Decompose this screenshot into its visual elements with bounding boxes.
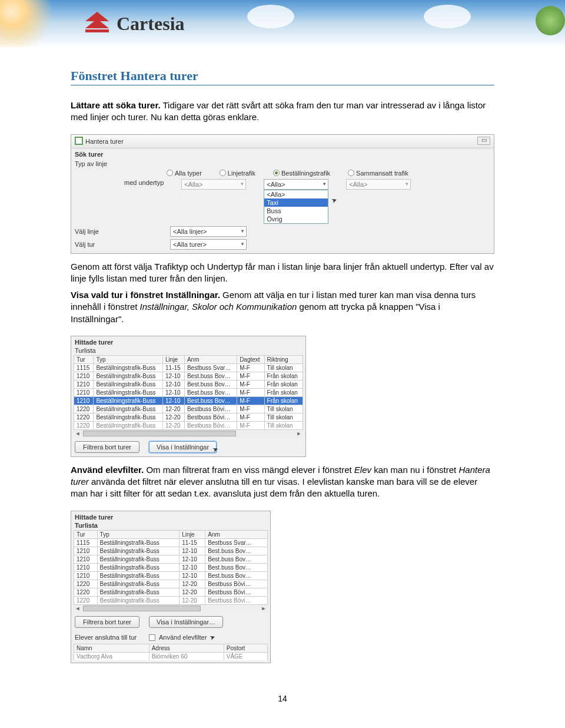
- combo-tur[interactable]: <Alla turer>▼: [170, 239, 247, 250]
- group-hittade: Hittade turer: [71, 511, 270, 522]
- chevron-down-icon: ▼: [404, 181, 409, 187]
- window-app-icon: [75, 137, 83, 146]
- table-row[interactable]: 1210Beställningstrafik-Buss12-10Best.bus…: [74, 388, 303, 396]
- col-linje[interactable]: Linje: [180, 530, 205, 538]
- elev-label: Elever anslutna till tur: [75, 634, 145, 641]
- col-linje[interactable]: Linje: [163, 355, 185, 363]
- col-typ[interactable]: Typ: [94, 355, 163, 363]
- col-anm[interactable]: Anm: [184, 355, 237, 363]
- turlista-table-wrap: Tur Typ Linje Anm Dagtext Riktning 1115B…: [71, 355, 305, 438]
- section-title: Fönstret Hantera turer: [71, 68, 494, 85]
- combo-undertyp-1[interactable]: <Alla>▼: [181, 179, 246, 190]
- col-namn[interactable]: Namn: [74, 644, 149, 652]
- group-turlista: Turlista: [71, 522, 270, 530]
- page-body: Fönstret Hantera turer Lättare att söka …: [0, 47, 565, 682]
- cursor-icon: ➤: [209, 633, 217, 641]
- table-row[interactable]: 1210Beställningstrafik-Buss12-10Best.bus…: [74, 571, 268, 580]
- turlista-table: Tur Typ Linje Anm Dagtext Riktning 1115B…: [74, 355, 303, 429]
- cloud-decoration: [424, 5, 471, 28]
- col-tur[interactable]: Tur: [74, 530, 98, 538]
- p3-lead: Visa vald tur i fönstret Inställningar.: [71, 290, 220, 300]
- group-hittade: Hittade turer: [71, 336, 305, 347]
- col-typ[interactable]: Typ: [97, 530, 180, 538]
- row-valj-linje: Välj linje <Alla linjer>▼: [71, 225, 494, 238]
- radio-sammansatt[interactable]: Sammansatt trafik: [348, 170, 408, 177]
- table-row[interactable]: 1220Beställningstrafik-Buss12-20Bestbuss…: [74, 413, 303, 421]
- visa-installningar-button[interactable]: Visa i Inställningar…: [149, 616, 223, 628]
- filtrera-bort-button[interactable]: Filtrera bort turer: [75, 616, 139, 628]
- cursor-icon: ➤: [212, 445, 220, 454]
- table-row[interactable]: 1115Beställningstrafik-Buss11-15Bestbuss…: [74, 538, 268, 547]
- dropdown-option[interactable]: Buss: [264, 207, 328, 215]
- page-number: 14: [0, 682, 565, 715]
- table-row[interactable]: 1210Beställningstrafik-Buss12-10Best.bus…: [74, 563, 268, 571]
- paragraph-2: Genom att först välja Trafiktyp och Unde…: [71, 261, 494, 285]
- col-riktning[interactable]: Riktning: [264, 355, 303, 363]
- combo-undertyp-3[interactable]: <Alla>▼: [346, 179, 411, 190]
- table-row[interactable]: 1210Beställningstrafik-Buss12-10Best.bus…: [74, 396, 303, 405]
- table-row[interactable]: 1220Beställningstrafik-Buss12-20Bestbuss…: [74, 421, 303, 429]
- table-row[interactable]: 1210Beställningstrafik-Buss12-10Best.bus…: [74, 380, 303, 388]
- table-row[interactable]: 1220Beställningstrafik-Buss12-20Bestbuss…: [74, 588, 268, 596]
- minimize-button[interactable]: ▭: [477, 137, 490, 145]
- svg-rect-0: [85, 29, 109, 32]
- logo-icon: [82, 11, 112, 37]
- table-row[interactable]: 1210Beställningstrafik-Buss12-10Best.bus…: [74, 372, 303, 380]
- combo-undertyp-2-wrap: <Alla>▼ <Alla> Taxi Buss Övrig ➤: [264, 179, 328, 224]
- chevron-down-icon: ▼: [240, 241, 245, 247]
- table-header-row: Tur Typ Linje Anm Dagtext Riktning: [74, 355, 303, 363]
- table-header-row: Namn Adress Postort: [74, 644, 268, 652]
- paragraph-1: Lättare att söka turer. Tidigare var det…: [71, 100, 494, 124]
- visa-installningar-button[interactable]: Visa i Inställningar ➤: [149, 441, 217, 453]
- table-row[interactable]: 1220Beställningstrafik-Buss12-20Bestbuss…: [74, 580, 268, 588]
- table-row[interactable]: 1115Beställningstrafik-Buss11-15Bestbuss…: [74, 363, 303, 372]
- button-row: Filtrera bort turer Visa i Inställningar…: [71, 438, 305, 456]
- combo-undertyp-2[interactable]: <Alla>▼: [264, 179, 328, 190]
- brand-logo: Cartesia: [82, 11, 185, 37]
- filtrera-bort-button[interactable]: Filtrera bort turer: [75, 441, 139, 453]
- table-row[interactable]: 1210Beställningstrafik-Buss12-10Best.bus…: [74, 547, 268, 555]
- cursor-icon: ➤: [331, 196, 338, 204]
- radio-linjetrafik[interactable]: Linjetrafik: [220, 170, 255, 177]
- cloud-decoration: [247, 5, 294, 28]
- col-anm[interactable]: Anm: [205, 530, 268, 538]
- table-row[interactable]: Vactborg Alva Biörnviken 60 VÅGE: [74, 652, 268, 660]
- col-adress[interactable]: Adress: [149, 644, 224, 652]
- screenshot-hittade-turer-1: Hittade turer Turlista Tur Typ Linje Anm…: [71, 336, 306, 457]
- combo-linje[interactable]: <Alla linjer>▼: [170, 226, 247, 237]
- row-undertyp: med undertyp <Alla>▼ <Alla>▼ <Alla> Taxi…: [71, 178, 494, 225]
- label-tur: Välj tur: [75, 241, 134, 248]
- row-typ-av-linje: Typ av linje: [71, 159, 494, 168]
- elev-table-wrap: Namn Adress Postort Vactborg Alva Biörnv…: [71, 644, 270, 663]
- col-tur[interactable]: Tur: [74, 355, 94, 363]
- elevfilter-checkbox[interactable]: [149, 634, 155, 641]
- globe-decoration: [536, 6, 565, 35]
- table-row[interactable]: 1220Beställningstrafik-Buss12-20Bestbuss…: [74, 405, 303, 413]
- col-postort[interactable]: Postort: [224, 644, 267, 652]
- col-dagtext[interactable]: Dagtext: [237, 355, 264, 363]
- horizontal-scrollbar[interactable]: ◄►: [74, 604, 268, 613]
- radio-group-typ: Alla typer Linjetrafik Beställningstrafi…: [71, 168, 494, 178]
- dropdown-option[interactable]: Taxi: [264, 198, 328, 207]
- table-row[interactable]: 1220Beställningstrafik-Buss12-20Bestbuss…: [74, 596, 268, 604]
- label-typ: Typ av linje: [75, 160, 134, 167]
- page-header: Cartesia: [0, 0, 565, 47]
- elev-table: Namn Adress Postort Vactborg Alva Biörnv…: [74, 644, 268, 660]
- label-undertyp: med undertyp: [124, 179, 164, 186]
- dropdown-undertyp: <Alla> Taxi Buss Övrig: [264, 190, 328, 224]
- radio-bestallningstrafik[interactable]: Beställningstrafik: [273, 170, 330, 177]
- screenshot-hittade-turer-2: Hittade turer Turlista Tur Typ Linje Anm…: [71, 511, 271, 663]
- window-title: Hantera turer: [85, 138, 124, 145]
- button-row: Filtrera bort turer Visa i Inställningar…: [71, 613, 270, 631]
- radio-alla-typer[interactable]: Alla typer: [167, 170, 202, 177]
- group-turlista: Turlista: [71, 347, 305, 355]
- chevron-down-icon: ▼: [322, 181, 327, 187]
- dropdown-option[interactable]: <Alla>: [264, 190, 328, 198]
- svg-rect-2: [76, 138, 82, 144]
- chevron-down-icon: ▼: [240, 229, 245, 234]
- table-row[interactable]: 1210Beställningstrafik-Buss12-10Best.bus…: [74, 555, 268, 563]
- dropdown-option[interactable]: Övrig: [264, 215, 328, 223]
- group-sok-turer: Sök turer: [71, 148, 494, 159]
- horizontal-scrollbar[interactable]: ◄►: [74, 429, 303, 438]
- elev-filter-row: Elever anslutna till tur Använd elevfilt…: [71, 631, 270, 644]
